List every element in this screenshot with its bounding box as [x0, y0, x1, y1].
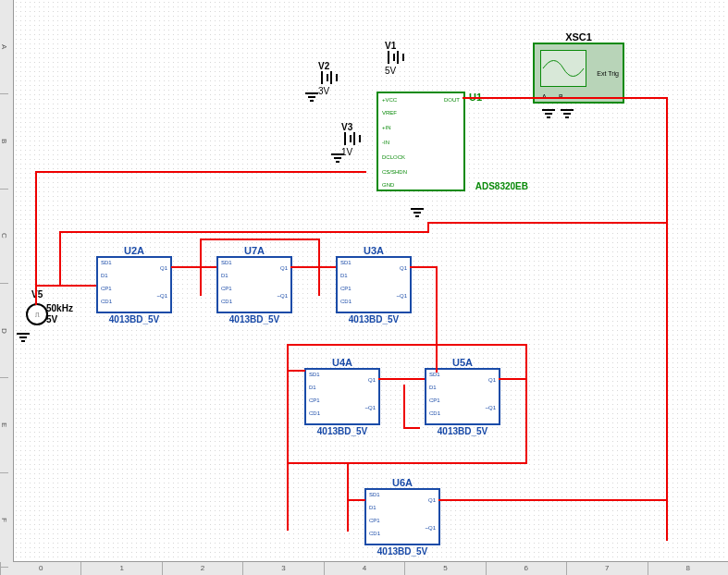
- voltage-source-v3[interactable]: V3 1V: [341, 122, 358, 157]
- u4-part: 4013BD_5V: [317, 426, 367, 436]
- wire[interactable]: [59, 231, 61, 285]
- horizontal-ruler: 012345678: [0, 561, 728, 575]
- wire[interactable]: [290, 266, 336, 268]
- wire[interactable]: [59, 231, 429, 233]
- wire[interactable]: [200, 239, 202, 296]
- v5-freq: 50kHz: [46, 303, 73, 313]
- u3-part: 4013BD_5V: [349, 314, 399, 324]
- u5-ref: U5A: [452, 357, 473, 368]
- ground-icon: [17, 333, 30, 342]
- ic-u7a[interactable]: U7A 4013BD_5V SD1 D1 CP1 CD1 Q1 ~Q1: [216, 256, 292, 313]
- wire[interactable]: [287, 462, 527, 464]
- ic-u2a[interactable]: U2A 4013BD_5V SD1 D1 CP1 CD1 Q1 ~Q1: [96, 256, 172, 313]
- voltage-source-v2[interactable]: V2 3V: [318, 61, 335, 96]
- pulse-icon: ⎍: [26, 303, 48, 325]
- wire[interactable]: [35, 285, 96, 287]
- u7-ref: U7A: [244, 245, 265, 256]
- wire[interactable]: [287, 344, 527, 346]
- v1-value: 5V: [385, 66, 401, 76]
- u1-part: ADS8320EB: [475, 181, 528, 191]
- ground-icon: [305, 92, 318, 102]
- v3-ref: V3: [341, 122, 358, 132]
- voltage-source-v1[interactable]: V1 5V: [385, 41, 401, 76]
- ic-u5a[interactable]: U5A 4013BD_5V SD1 D1 CP1 CD1 Q1 ~Q1: [425, 368, 500, 425]
- ic-u4a[interactable]: U4A 4013BD_5V SD1 D1 CP1 CD1 Q1 ~Q1: [304, 368, 380, 425]
- u5-part: 4013BD_5V: [438, 426, 487, 436]
- wire[interactable]: [438, 499, 668, 501]
- wire[interactable]: [318, 239, 320, 296]
- u4-ref: U4A: [332, 357, 352, 368]
- v5-ref: V5: [31, 289, 43, 300]
- u6-ref: U6A: [392, 477, 413, 488]
- wire[interactable]: [436, 266, 438, 373]
- ground-icon: [411, 208, 424, 217]
- schematic-canvas[interactable]: XSC1 Ext Trig A B V1 5V V2 3V V3 1V U1 A…: [0, 0, 728, 575]
- wire[interactable]: [287, 370, 305, 372]
- v1-ref: V1: [385, 41, 401, 51]
- oscilloscope[interactable]: XSC1 Ext Trig A B: [533, 43, 624, 104]
- wire[interactable]: [427, 222, 668, 224]
- wire[interactable]: [347, 462, 349, 532]
- wire[interactable]: [525, 344, 527, 464]
- wire[interactable]: [463, 97, 668, 99]
- wire[interactable]: [171, 266, 216, 268]
- wire[interactable]: [378, 378, 425, 380]
- u2-part: 4013BD_5V: [109, 314, 159, 324]
- vertical-ruler: ABCDEF: [0, 0, 14, 562]
- ground-icon: [542, 109, 555, 118]
- v2-ref: V2: [318, 61, 335, 71]
- scope-ref: XSC1: [565, 31, 592, 43]
- ground-icon: [331, 153, 344, 163]
- v5-value: 5V: [46, 314, 57, 324]
- wire[interactable]: [35, 171, 366, 173]
- ic-u6a[interactable]: U6A 4013BD_5V SD1 D1 CP1 CD1 Q1 ~Q1: [364, 488, 440, 545]
- u6-part: 4013BD_5V: [377, 546, 427, 557]
- wire[interactable]: [347, 499, 365, 501]
- wire[interactable]: [403, 385, 405, 429]
- wire[interactable]: [410, 266, 438, 268]
- wire[interactable]: [287, 344, 289, 531]
- wire[interactable]: [666, 97, 668, 541]
- scope-screen: [540, 50, 586, 87]
- u3-ref: U3A: [364, 245, 384, 256]
- wire[interactable]: [200, 239, 320, 240]
- ic-u1-ads8320eb[interactable]: U1 ADS8320EB +VCC VREF +IN -IN DCLOCK CS…: [376, 92, 465, 191]
- scope-ext-trig: Ext Trig: [597, 70, 619, 77]
- wire[interactable]: [403, 427, 420, 429]
- wire[interactable]: [499, 378, 526, 380]
- ic-u3a[interactable]: U3A 4013BD_5V SD1 D1 CP1 CD1 Q1 ~Q1: [336, 256, 412, 313]
- v2-value: 3V: [318, 86, 335, 96]
- pulse-source-v5[interactable]: V5: [31, 289, 43, 300]
- u2-ref: U2A: [124, 245, 144, 256]
- u7-part: 4013BD_5V: [229, 314, 279, 324]
- ground-icon: [561, 109, 574, 118]
